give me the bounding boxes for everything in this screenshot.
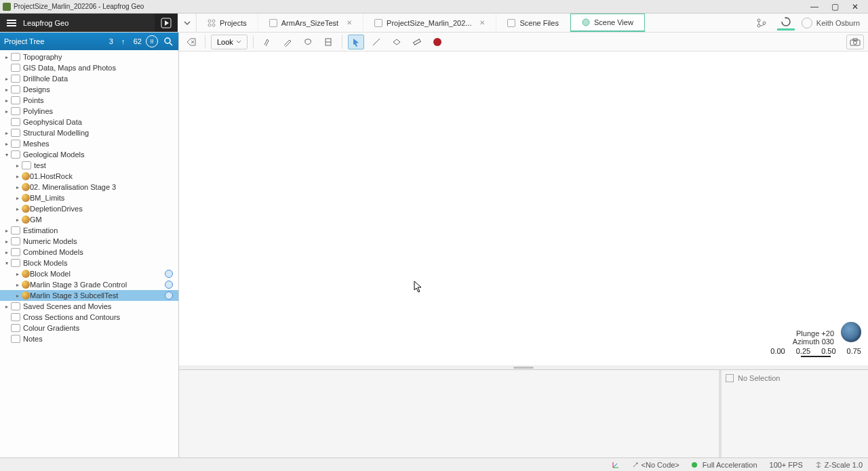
no-selection-label: No Selection xyxy=(738,374,780,382)
tree-node[interactable]: ▸Saved Scenes and Movies xyxy=(0,301,178,312)
cloud-badge-icon xyxy=(165,281,173,289)
tree-node[interactable]: ▸Topography xyxy=(0,52,178,62)
scale-tick: 0.25 xyxy=(796,347,810,355)
look-label: Look xyxy=(217,38,233,46)
tree-node[interactable]: ▸GM xyxy=(0,214,178,225)
tree-node[interactable]: ▸Drillhole Data xyxy=(0,73,178,84)
compass-icon[interactable] xyxy=(841,322,861,342)
tree-node[interactable]: ▸Combined Models xyxy=(0,247,178,258)
look-dropdown[interactable]: Look xyxy=(211,35,248,49)
expand-toggle[interactable]: ▸ xyxy=(3,304,11,310)
tree-node[interactable]: ▸Meshes xyxy=(0,138,178,149)
tree-node[interactable]: Colour Gradients xyxy=(0,323,178,333)
user-menu[interactable]: Keith Osburn xyxy=(802,18,860,28)
expand-toggle[interactable]: ▸ xyxy=(3,249,11,255)
expand-toggle[interactable]: ▸ xyxy=(3,98,11,104)
tool-plane[interactable] xyxy=(389,35,405,49)
expand-toggle[interactable]: ▾ xyxy=(3,152,11,158)
tool-select[interactable] xyxy=(348,35,364,49)
expand-toggle[interactable]: ▸ xyxy=(14,271,22,277)
arrow-up-icon[interactable]: ↑ xyxy=(117,35,130,47)
tree-node[interactable]: ▸Marlin Stage 3 SubcellTest xyxy=(0,290,178,301)
tree-node-label: Structural Modelling xyxy=(23,129,89,137)
branch-icon[interactable] xyxy=(753,16,770,30)
tree-node[interactable]: ▸Points xyxy=(0,95,178,106)
screenshot-button[interactable] xyxy=(846,35,864,49)
tree-node[interactable]: Cross Sections and Contours xyxy=(0,312,178,323)
expand-toggle[interactable]: ▸ xyxy=(14,282,22,288)
svg-point-2 xyxy=(208,20,211,22)
expand-toggle[interactable]: ▸ xyxy=(3,130,11,136)
expand-toggle[interactable]: ▸ xyxy=(3,87,11,93)
no-code-status[interactable]: <No Code> xyxy=(632,461,679,469)
tree-node[interactable]: ▸DepletionDrives xyxy=(0,203,178,214)
close-button[interactable]: ✕ xyxy=(845,1,865,13)
tree-node[interactable]: Notes xyxy=(0,333,178,344)
tool-draw[interactable] xyxy=(368,35,384,49)
tree-node[interactable]: GIS Data, Maps and Photos xyxy=(0,62,178,73)
tree-node[interactable]: ▸Designs xyxy=(0,84,178,95)
tab-scene-view[interactable]: Scene View xyxy=(570,14,645,32)
sync-status-icon[interactable] xyxy=(777,16,795,30)
tree-node[interactable]: ▸Numeric Models xyxy=(0,236,178,247)
zscale-status[interactable]: Z-Scale 1.0 xyxy=(815,461,863,469)
user-name: Keith Osburn xyxy=(816,19,860,27)
expand-toggle[interactable]: ▸ xyxy=(14,163,22,169)
expand-toggle[interactable]: ▸ xyxy=(3,141,11,147)
tab-armars-sizetest[interactable]: ArmArs_SizeTest✕ xyxy=(258,14,363,32)
acceleration-status[interactable]: Full Acceleration xyxy=(692,461,757,469)
tab-scene-files[interactable]: Scene Files xyxy=(496,14,570,32)
folder-icon xyxy=(22,161,31,169)
tree-node[interactable]: ▸Marlin Stage 3 Grade Control xyxy=(0,279,178,290)
tree-node[interactable]: ▸02. Mineralisation Stage 3 xyxy=(0,182,178,192)
tree-node[interactable]: Geophysical Data xyxy=(0,117,178,127)
expand-toggle[interactable]: ▸ xyxy=(14,206,22,212)
tool-slicer[interactable] xyxy=(320,35,336,49)
expand-toggle[interactable]: ▸ xyxy=(3,54,11,60)
clear-scene-button[interactable] xyxy=(183,35,199,49)
project-tree[interactable]: ▸TopographyGIS Data, Maps and Photos▸Dri… xyxy=(0,50,178,457)
pause-icon[interactable]: II xyxy=(146,35,158,47)
tree-node[interactable]: ▸BM_Limits xyxy=(0,192,178,203)
expand-toggle[interactable]: ▸ xyxy=(14,217,22,223)
close-icon[interactable]: ✕ xyxy=(479,19,485,26)
fps-status[interactable]: 100+ FPS xyxy=(770,461,803,469)
tool-record[interactable] xyxy=(429,35,446,49)
tree-node[interactable]: ▸test xyxy=(0,160,178,171)
expand-toggle[interactable]: ▸ xyxy=(3,239,11,245)
tree-node[interactable]: ▸Block Model xyxy=(0,268,178,279)
tab-projectsize-marlin-202-[interactable]: ProjectSize_Marlin_202...✕ xyxy=(363,14,496,32)
tree-node[interactable]: ▸Estimation xyxy=(0,225,178,236)
maximize-button[interactable]: ▢ xyxy=(825,1,845,13)
minimize-button[interactable]: — xyxy=(804,1,825,13)
expand-toggle[interactable]: ▸ xyxy=(3,76,11,82)
window-titlebar: ProjectSize_Marlin_202206 - Leapfrog Geo… xyxy=(0,0,868,14)
hamburger-icon[interactable] xyxy=(7,18,16,28)
play-button[interactable] xyxy=(155,14,178,32)
expand-toggle[interactable]: ▸ xyxy=(14,184,22,190)
tab-projects[interactable]: Projects xyxy=(197,14,258,32)
tree-node[interactable]: ▸01.HostRock xyxy=(0,171,178,182)
expand-toggle[interactable]: ▸ xyxy=(14,173,22,180)
tool-ruler[interactable] xyxy=(409,35,425,49)
close-icon[interactable]: ✕ xyxy=(347,19,352,26)
tree-node[interactable]: ▸Structural Modelling xyxy=(0,127,178,138)
expand-toggle[interactable]: ▸ xyxy=(3,108,11,115)
tree-node[interactable]: ▾Geological Models xyxy=(0,149,178,160)
expand-toggle[interactable]: ▸ xyxy=(14,195,22,201)
tree-node[interactable]: ▸Polylines xyxy=(0,106,178,117)
expand-toggle[interactable]: ▸ xyxy=(14,293,22,299)
tool-pick[interactable] xyxy=(259,35,275,49)
tool-edit[interactable] xyxy=(279,35,296,49)
tab-history-dropdown[interactable] xyxy=(178,14,197,32)
shape-list-panel[interactable] xyxy=(179,370,722,457)
svg-point-5 xyxy=(212,24,215,26)
expand-toggle[interactable]: ▾ xyxy=(3,260,11,266)
search-icon[interactable] xyxy=(162,35,174,47)
expand-toggle[interactable]: ▸ xyxy=(3,228,11,234)
tree-node[interactable]: ▾Block Models xyxy=(0,258,178,268)
scene-viewport[interactable]: Plunge +20 Azimuth 030 0.000.250.500.75 xyxy=(179,52,868,365)
svg-point-7 xyxy=(757,19,760,22)
axis-indicator[interactable] xyxy=(612,461,620,469)
tool-lasso[interactable] xyxy=(300,35,316,49)
